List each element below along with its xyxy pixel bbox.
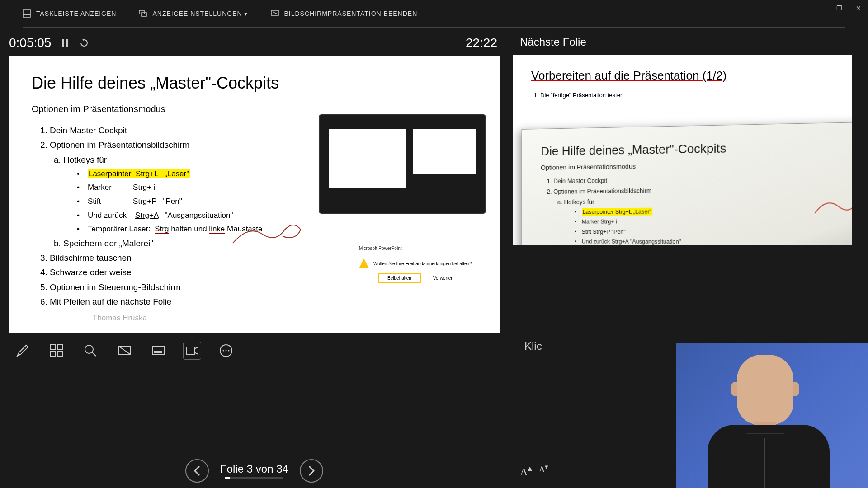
- photo-overlay: Die Hilfe deines „Master"-Cockpits Optio…: [522, 121, 852, 245]
- dialog-message: Wollen Sie Ihre Freihandanmerkungen beha…: [373, 261, 472, 266]
- list-item: Laserpointer Strg+L „Laser": [575, 206, 852, 217]
- more-tools[interactable]: [217, 342, 235, 360]
- close-button[interactable]: ✕: [856, 5, 861, 12]
- end-icon: [271, 9, 279, 18]
- svg-line-13: [92, 352, 96, 356]
- display-settings-button[interactable]: ANZEIGEEINSTELLUNGEN ▾: [139, 9, 248, 18]
- zoom-tool[interactable]: [81, 342, 99, 360]
- slide-nav: Folie 3 von 34: [9, 459, 500, 483]
- svg-rect-6: [62, 39, 64, 47]
- slide-subtitle: Optionen im Präsentationsmodus: [32, 104, 477, 114]
- keep-button[interactable]: Beibehalten: [379, 274, 420, 282]
- dialog-title: Microsoft PowerPoint: [355, 244, 486, 253]
- pause-button[interactable]: [60, 38, 70, 48]
- slide-footer: Thomas Hruska: [93, 314, 147, 323]
- svg-point-21: [226, 350, 227, 352]
- end-label: BILDSCHIRMPRÄSENTATION BEENDEN: [284, 10, 418, 17]
- list-item: Und zurück Strg+A "Ausgangssituation": [575, 236, 852, 245]
- pen-annotation: [812, 195, 852, 216]
- svg-point-22: [228, 350, 230, 352]
- restart-button[interactable]: [79, 38, 89, 48]
- pen-tool[interactable]: [14, 342, 32, 360]
- font-size-controls: A▴ A▾: [520, 463, 548, 478]
- next-slide-title: Vorbereiten auf die Präsentation (1/2): [531, 69, 834, 83]
- topbar: TASKLEISTE ANZEIGEN ANZEIGEEINSTELLUNGEN…: [0, 0, 868, 27]
- camera-tool[interactable]: [183, 342, 201, 360]
- discard-button[interactable]: Verwerfen: [425, 274, 462, 282]
- presenter-tools: [9, 333, 500, 369]
- slide-counter: Folie 3 von 34: [220, 463, 288, 475]
- show-taskbar-button[interactable]: TASKLEISTE ANZEIGEN: [23, 9, 116, 18]
- next-slide-header: Nächste Folie: [513, 32, 859, 55]
- taskbar-icon: [23, 9, 31, 18]
- display-icon: [139, 9, 147, 18]
- list-item: Die "fertige" Präsentation testen: [540, 92, 834, 99]
- svg-line-15: [118, 346, 130, 354]
- svg-rect-0: [23, 15, 30, 17]
- list-item: Hotkeys für Laserpointer Strg+L „Laser" …: [564, 195, 852, 245]
- svg-rect-11: [57, 352, 62, 357]
- minimize-button[interactable]: —: [816, 5, 823, 12]
- svg-line-5: [273, 12, 277, 14]
- notes-area: Klic: [524, 340, 542, 352]
- notes-label: Klic: [524, 340, 542, 352]
- list-item: Stift Strg+P "Pen": [575, 226, 852, 237]
- current-time: 22:22: [466, 36, 500, 50]
- photo-subtitle: Optionen im Präsentationsmodus: [541, 159, 852, 171]
- maximize-button[interactable]: ❐: [836, 5, 842, 12]
- list-item: Optionen im Präsentationsbildschirm Hotk…: [553, 183, 852, 245]
- see-all-slides-tool[interactable]: [47, 342, 66, 360]
- font-decrease-button[interactable]: A▾: [539, 463, 548, 478]
- embedded-screenshot: [319, 114, 486, 214]
- current-slide[interactable]: Die Hilfe deines „Master"-Cockpits Optio…: [9, 56, 500, 333]
- svg-rect-18: [186, 347, 194, 354]
- end-slideshow-button[interactable]: BILDSCHIRMPRÄSENTATION BEENDEN: [271, 9, 418, 18]
- pen-annotation: [231, 221, 303, 248]
- svg-rect-8: [51, 345, 56, 350]
- svg-rect-10: [51, 352, 56, 357]
- svg-rect-16: [152, 346, 164, 354]
- blackout-tool[interactable]: [115, 342, 133, 360]
- svg-point-12: [85, 345, 93, 353]
- topbar-divider: [23, 27, 845, 28]
- prev-slide-button[interactable]: [185, 459, 209, 483]
- display-label: ANZEIGEEINSTELLUNGEN ▾: [152, 10, 248, 17]
- taskbar-label: TASKLEISTE ANZEIGEN: [36, 10, 116, 17]
- font-increase-button[interactable]: A▴: [520, 463, 532, 478]
- next-slide-preview[interactable]: Vorbereiten auf die Präsentation (1/2) D…: [513, 55, 852, 245]
- svg-point-20: [223, 350, 224, 352]
- warning-icon: [359, 258, 369, 268]
- svg-rect-17: [154, 351, 162, 353]
- presenter-camera: [676, 343, 868, 488]
- powerpoint-dialog: Microsoft PowerPoint Wollen Sie Ihre Fre…: [355, 244, 486, 287]
- list-item: Marker Strg+ i: [575, 216, 852, 227]
- progress-bar: [225, 477, 283, 479]
- svg-rect-1: [23, 10, 30, 14]
- elapsed-timer: 0:05:05: [9, 36, 51, 50]
- timer-row: 0:05:05 22:22: [9, 32, 500, 56]
- svg-rect-7: [66, 39, 68, 47]
- subtitle-tool[interactable]: [149, 342, 167, 360]
- photo-title: Die Hilfe deines „Master"-Cockpits: [541, 138, 852, 159]
- next-slide-button[interactable]: [300, 459, 323, 483]
- list-item: Mit Pfeilen auf die nächste Folie: [50, 295, 477, 309]
- window-controls: — ❐ ✕: [816, 5, 861, 12]
- svg-rect-9: [57, 345, 62, 350]
- slide-title: Die Hilfe deines „Master"-Cockpits: [32, 74, 477, 93]
